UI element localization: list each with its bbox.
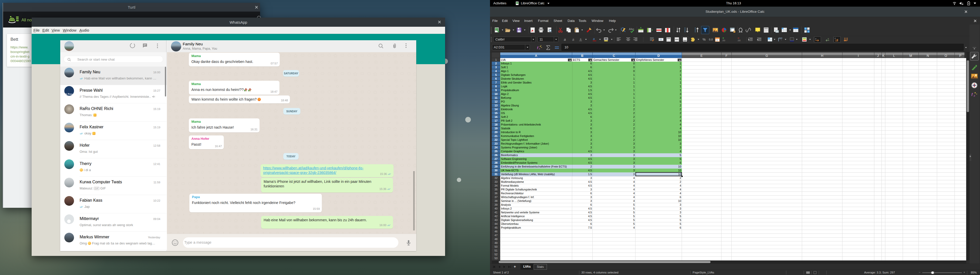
svg-text:a: a bbox=[828, 38, 829, 40]
svg-text:a: a bbox=[593, 37, 595, 41]
svg-text:.00: .00 bbox=[722, 39, 725, 42]
svg-text:x: x bbox=[538, 47, 540, 50]
svg-text:%: % bbox=[703, 38, 706, 41]
svg-text:x: x bbox=[974, 94, 975, 98]
svg-text:a: a bbox=[564, 38, 566, 41]
svg-text:.00: .00 bbox=[737, 39, 741, 42]
svg-text:a: a bbox=[815, 38, 817, 40]
svg-text:a: a bbox=[572, 38, 574, 41]
svg-text:f: f bbox=[971, 92, 973, 97]
svg-text:a: a bbox=[579, 38, 581, 41]
svg-text:A: A bbox=[974, 64, 976, 67]
svg-text:3: 3 bbox=[716, 39, 718, 41]
svg-text:f: f bbox=[537, 46, 539, 50]
svg-text:0.0: 0.0 bbox=[709, 38, 713, 41]
svg-text:a: a bbox=[835, 37, 836, 40]
